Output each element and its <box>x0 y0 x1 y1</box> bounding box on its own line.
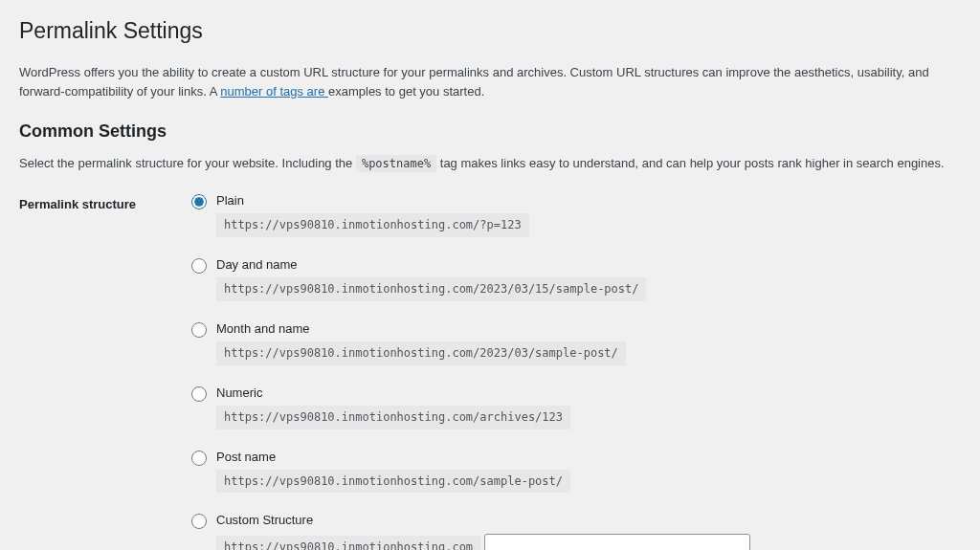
option-custom[interactable]: Custom Structure https://vps90810.inmoti… <box>191 512 961 550</box>
example-plain: https://vps90810.inmotionhosting.com/?p=… <box>216 213 529 237</box>
radio-custom[interactable] <box>191 514 207 529</box>
option-plain[interactable]: Plain https://vps90810.inmotionhosting.c… <box>191 192 961 251</box>
label-month-name: Month and name <box>216 320 961 338</box>
common-settings-subtext: Select the permalink structure for your … <box>19 155 961 172</box>
tags-available-link[interactable]: number of tags are <box>220 84 328 99</box>
subtext-before: Select the permalink structure for your … <box>19 156 356 170</box>
option-numeric[interactable]: Numeric https://vps90810.inmotionhosting… <box>191 385 961 443</box>
page-title: Permalink Settings <box>19 15 961 46</box>
label-post-name: Post name <box>216 449 961 466</box>
label-day-name: Day and name <box>216 256 961 274</box>
radio-day-name[interactable] <box>191 258 207 274</box>
radio-numeric[interactable] <box>191 386 207 402</box>
label-numeric: Numeric <box>216 385 961 402</box>
option-post-name[interactable]: Post name https://vps90810.inmotionhosti… <box>191 449 961 507</box>
permalink-structure-label: Permalink structure <box>19 192 191 213</box>
postname-inline-tag: %postname% <box>356 155 436 172</box>
example-post-name: https://vps90810.inmotionhosting.com/sam… <box>216 470 570 494</box>
label-plain: Plain <box>216 192 961 209</box>
radio-month-name[interactable] <box>191 322 207 338</box>
custom-base-url: https://vps90810.inmotionhosting.com <box>216 536 480 550</box>
intro-text-after: examples to get you started. <box>328 84 484 99</box>
intro-paragraph: WordPress offers you the ability to crea… <box>19 63 961 100</box>
subtext-after: tag makes links easy to understand, and … <box>436 156 944 170</box>
radio-plain[interactable] <box>191 194 207 209</box>
custom-structure-input[interactable] <box>484 534 750 550</box>
label-custom: Custom Structure <box>216 512 961 529</box>
radio-post-name[interactable] <box>191 451 207 466</box>
example-month-name: https://vps90810.inmotionhosting.com/202… <box>216 341 626 365</box>
common-settings-heading: Common Settings <box>19 120 961 143</box>
example-day-name: https://vps90810.inmotionhosting.com/202… <box>216 277 646 301</box>
option-day-name[interactable]: Day and name https://vps90810.inmotionho… <box>191 256 961 315</box>
option-month-name[interactable]: Month and name https://vps90810.inmotion… <box>191 320 961 379</box>
example-numeric: https://vps90810.inmotionhosting.com/arc… <box>216 406 570 429</box>
